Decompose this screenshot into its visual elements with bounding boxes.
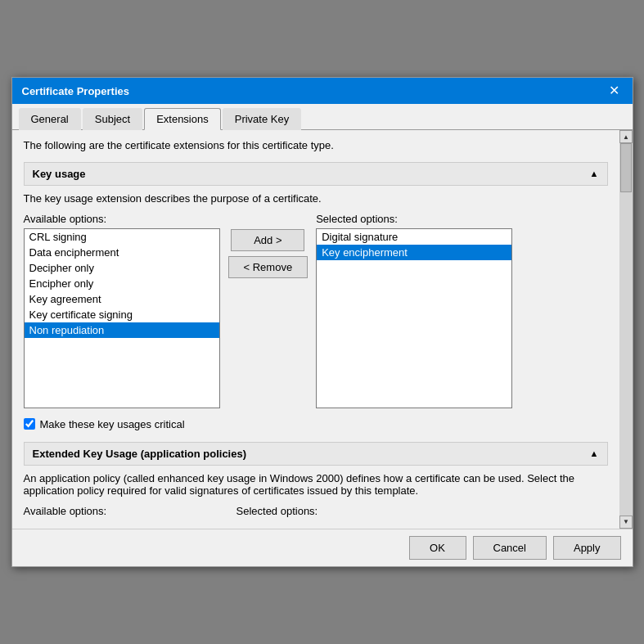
apply-button[interactable]: Apply — [553, 536, 621, 560]
available-options-panel: Available options: CRL signing Data enci… — [24, 213, 220, 408]
critical-label: Make these key usages critical — [40, 418, 185, 430]
selected-options-panel: Selected options: Digital signature Key … — [316, 213, 607, 408]
close-button[interactable]: ✕ — [606, 84, 623, 97]
key-usage-section-header: Key usage ▲ — [24, 162, 608, 186]
scroll-track[interactable] — [619, 143, 633, 515]
ok-button[interactable]: OK — [409, 536, 466, 560]
list-item-crl[interactable]: CRL signing — [25, 229, 219, 245]
tab-bar: General Subject Extensions Private Key — [12, 104, 633, 130]
key-usage-header-label: Key usage — [33, 168, 86, 180]
key-usage-description: The key usage extension describes the pu… — [24, 192, 608, 205]
extended-key-usage-header-label: Extended Key Usage (application policies… — [33, 448, 247, 460]
list-item-decipher[interactable]: Decipher only — [25, 260, 219, 276]
ext-selected-label: Selected options: — [236, 505, 608, 517]
scrollbar[interactable]: ▲ ▼ — [619, 130, 633, 528]
extended-key-usage-description: An application policy (called enhanced k… — [24, 472, 608, 497]
add-button[interactable]: Add > — [231, 229, 304, 251]
tab-subject[interactable]: Subject — [83, 108, 142, 130]
list-item-encipher[interactable]: Encipher only — [25, 276, 219, 291]
list-item-non-rep[interactable]: Non repudiation — [25, 322, 219, 338]
key-usage-chevron-icon: ▲ — [590, 169, 599, 178]
tab-general[interactable]: General — [19, 108, 81, 130]
add-remove-buttons: Add > < Remove — [228, 229, 308, 278]
remove-button[interactable]: < Remove — [228, 256, 308, 278]
extended-key-usage-header: Extended Key Usage (application policies… — [24, 442, 608, 466]
selected-item-key-enc[interactable]: Key encipherment — [317, 245, 511, 260]
extended-key-usage-section: Extended Key Usage (application policies… — [24, 442, 608, 520]
content-area: The following are the certificate extens… — [12, 130, 633, 528]
intro-text: The following are the certificate extens… — [24, 138, 608, 153]
available-options-list[interactable]: CRL signing Data encipherment Decipher o… — [24, 228, 220, 408]
selected-item-digital-sig[interactable]: Digital signature — [317, 229, 511, 245]
main-area: The following are the certificate extens… — [12, 130, 619, 528]
list-item-key-agree[interactable]: Key agreement — [25, 291, 219, 307]
available-label: Available options: — [24, 213, 220, 225]
extended-key-usage-chevron-icon: ▲ — [590, 448, 599, 458]
key-usage-options: Available options: CRL signing Data enci… — [24, 213, 608, 408]
dialog-title: Certificate Properties — [22, 85, 130, 97]
scroll-thumb[interactable] — [620, 143, 632, 192]
selected-label: Selected options: — [316, 213, 607, 225]
title-bar: Certificate Properties ✕ — [12, 78, 633, 104]
footer: OK Cancel Apply — [12, 529, 633, 566]
selected-options-list[interactable]: Digital signature Key encipherment — [316, 228, 512, 408]
list-item-data-enc[interactable]: Data encipherment — [25, 245, 219, 260]
critical-checkbox-row: Make these key usages critical — [24, 418, 608, 430]
certificate-properties-dialog: Certificate Properties ✕ General Subject… — [11, 77, 633, 566]
scroll-down-button[interactable]: ▼ — [619, 516, 633, 529]
ext-available-label: Available options: — [24, 505, 220, 517]
critical-checkbox[interactable] — [24, 418, 35, 430]
scroll-up-button[interactable]: ▲ — [619, 130, 633, 143]
extended-key-labels-row: Available options: Selected options: — [24, 505, 608, 520]
tab-extensions[interactable]: Extensions — [144, 108, 221, 130]
tab-private-key[interactable]: Private Key — [223, 108, 301, 130]
list-item-key-cert[interactable]: Key certificate signing — [25, 307, 219, 322]
cancel-button[interactable]: Cancel — [473, 536, 547, 560]
